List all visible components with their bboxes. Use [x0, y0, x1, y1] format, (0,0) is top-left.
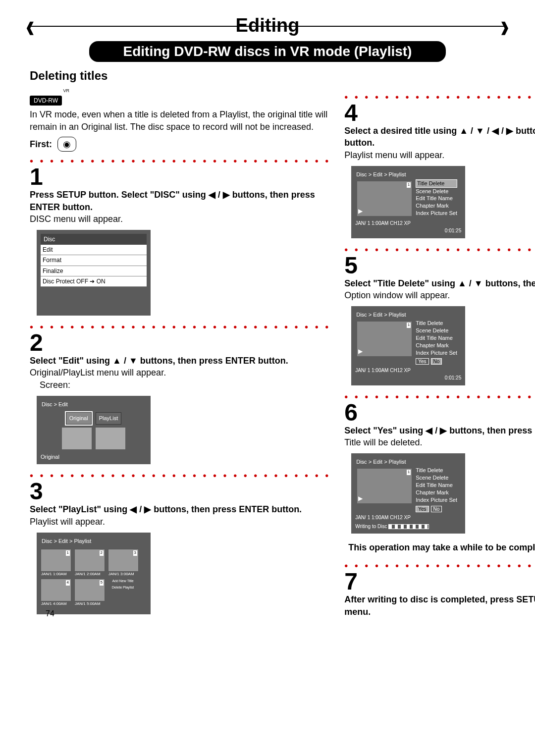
disc-menu-item: Disc Protect OFF ➔ ON [41, 276, 147, 287]
step-6-instruction: Select "Yes" using ◀ / ▶ buttons, then p… [344, 425, 535, 436]
step-3-instruction: Select "PlayList" using ◀ / ▶ buttons, t… [30, 503, 330, 515]
subtitle-bar: Editing DVD-RW discs in VR mode (Playlis… [89, 41, 446, 62]
step-6-number: 6 [344, 401, 535, 425]
note-box: This operation may take a while to be co… [344, 539, 535, 556]
menu-item: Edit Title Name [416, 482, 457, 489]
vr-label: VR [30, 88, 69, 94]
menu-item: Chapter Mark [416, 342, 457, 349]
menu-item: Chapter Mark [416, 202, 457, 210]
writing-label: Writing to Disc [355, 524, 387, 529]
section-title: Deleting titles [30, 69, 505, 83]
status-bar: JAN/ 1 1:00AM CH12 XP [355, 367, 461, 374]
add-new-title: Add New Title [108, 579, 138, 583]
status-bar: JAN/ 1 1:00AM CH12 XP [355, 220, 461, 227]
time-counter: 0:01:25 [355, 227, 461, 234]
option-screen-5: Disc > Edit > Playlist 1▶ Title Delete S… [351, 306, 465, 385]
menu-item: Scene Delete [416, 327, 457, 334]
menu-item: Index Picture Set [416, 496, 457, 504]
step-3-number: 3 [30, 480, 330, 503]
yes-option: Yes [416, 506, 428, 512]
original-tab: Original [66, 412, 92, 425]
option-screen-4: Disc > Edit > Playlist 1▶ Title Delete S… [351, 166, 465, 238]
menu-item: Edit Title Name [416, 195, 457, 202]
breadcrumb: Disc > Edit > Playlist [355, 457, 461, 467]
step-4-result: Playlist menu will appear. [344, 149, 535, 161]
disc-menu-screen: Disc Edit Format Finalize Disc Protect O… [37, 230, 151, 316]
step-5-instruction: Select "Title Delete" using ▲ / ▼ button… [344, 277, 535, 289]
step-divider: • • • • • • • • • • • • • • • • • • • • … [344, 243, 535, 257]
step-divider: • • • • • • • • • • • • • • • • • • • • … [344, 91, 535, 104]
step-2-instruction: Select "Edit" using ▲ / ▼ buttons, then … [30, 355, 330, 367]
menu-item: Index Picture Set [416, 210, 457, 217]
page-number: 74 [46, 609, 54, 618]
time-counter: 0:01:25 [355, 375, 461, 381]
step-2-number: 2 [30, 331, 330, 355]
thumb-label: JAN/1 3:00AM [108, 572, 138, 577]
no-option: No [431, 358, 442, 365]
menu-item: Scene Delete [416, 474, 457, 482]
thumb-label: JAN/1 5:00AM [75, 601, 105, 607]
breadcrumb: Disc > Edit > Playlist [355, 170, 461, 179]
step-6-result: Title will be deleted. [344, 436, 535, 448]
thumb-label: JAN/1 2:00AM [75, 572, 105, 577]
playlist-tab: PlayList [96, 412, 122, 425]
no-option: No [431, 506, 442, 512]
breadcrumb: Disc > Edit > Playlist [41, 537, 147, 546]
playlist-screen: Disc > Edit > Playlist 1JAN/1 1:00AM 2JA… [37, 533, 151, 614]
delete-playlist: Delete Playlist [108, 585, 138, 590]
step-7-instruction: After writing to disc is completed, pres… [344, 594, 535, 618]
step-3-result: Playlist will appear. [30, 516, 330, 528]
breadcrumb: Disc > Edit [41, 400, 147, 409]
progress-bar [388, 524, 429, 529]
step-1-number: 1 [30, 165, 330, 189]
disc-menu-title: Disc [41, 234, 147, 245]
disc-icon: ◉ [57, 137, 76, 152]
menu-item: Index Picture Set [416, 349, 457, 357]
edit-screen-footer: Original [41, 453, 147, 461]
step-divider: • • • • • • • • • • • • • • • • • • • • … [344, 390, 535, 404]
step-divider: • • • • • • • • • • • • • • • • • • • • … [344, 559, 535, 573]
step-1-result: DISC menu will appear. [30, 213, 330, 225]
first-label: First: [30, 138, 52, 150]
step-divider: • • • • • • • • • • • • • • • • • • • • … [30, 321, 330, 334]
menu-item: Chapter Mark [416, 489, 457, 496]
disc-menu-item: Finalize [41, 266, 147, 276]
step-2-extra: Screen: [40, 379, 330, 391]
breadcrumb: Disc > Edit > Playlist [355, 310, 461, 320]
edit-screen: Disc > Edit Original PlayList Original [37, 396, 151, 465]
disc-menu-item: Edit [41, 245, 147, 255]
thumb-label: JAN/1 1:00AM [41, 572, 71, 577]
page-title: Editing [236, 15, 300, 36]
menu-item: Title Delete [416, 320, 457, 327]
step-2-result: Original/PlayList menu will appear. [30, 367, 330, 378]
step-1-instruction: Press SETUP button. Select "DISC" using … [30, 189, 330, 213]
dvdrw-badge: DVD-RW [30, 96, 62, 106]
step-7-number: 7 [344, 570, 535, 594]
step-divider: • • • • • • • • • • • • • • • • • • • • … [30, 155, 330, 168]
disc-menu-item: Format [41, 255, 147, 266]
header-ornament-right: ❱ [499, 20, 510, 35]
menu-item: Title Delete [416, 179, 457, 188]
option-screen-6: Disc > Edit > Playlist 1▶ Title Delete S… [351, 453, 465, 534]
yes-option: Yes [416, 358, 428, 365]
step-4-number: 4 [344, 101, 535, 125]
step-5-number: 5 [344, 254, 535, 277]
step-divider: • • • • • • • • • • • • • • • • • • • • … [30, 469, 330, 483]
status-bar: JAN/ 1 1:00AM CH12 XP [355, 514, 461, 521]
intro-text: In VR mode, even when a title is deleted… [30, 108, 330, 133]
menu-item: Edit Title Name [416, 334, 457, 342]
menu-item: Scene Delete [416, 188, 457, 195]
menu-item: Title Delete [416, 467, 457, 474]
thumb-label: JAN/1 4:00AM [41, 601, 71, 607]
step-4-instruction: Select a desired title using ▲ / ▼ / ◀ /… [344, 125, 535, 149]
step-5-result: Option window will appear. [344, 289, 535, 301]
header-ornament-left: ❰ [25, 20, 36, 35]
